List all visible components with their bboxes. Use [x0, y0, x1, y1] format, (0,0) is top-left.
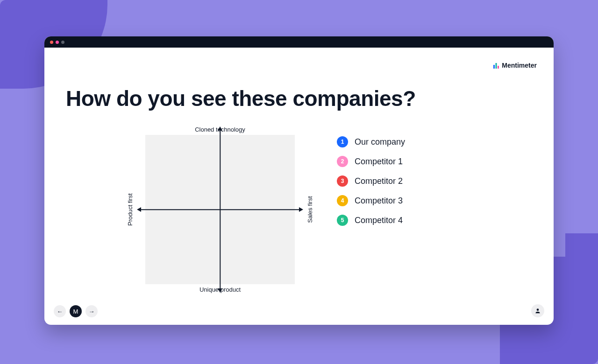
- arrow-down-icon: [218, 288, 222, 293]
- legend-label: Competitor 1: [355, 157, 403, 167]
- legend-label: Competitor 4: [355, 216, 403, 225]
- logo-button[interactable]: M: [70, 305, 82, 317]
- legend-label: Competitor 3: [355, 196, 403, 206]
- axis-label-left: Product first: [127, 193, 134, 225]
- svg-rect-1: [496, 63, 497, 69]
- window-close-icon[interactable]: [50, 41, 53, 44]
- nav-controls: ← M →: [54, 305, 98, 317]
- next-button[interactable]: →: [85, 305, 98, 317]
- arrow-up-icon: [218, 126, 222, 131]
- two-by-two-matrix: Cloned technology Product first Sales fi…: [131, 124, 309, 295]
- matrix-plot-area[interactable]: Product first Sales first: [145, 135, 295, 284]
- brand-name: Mentimeter: [502, 62, 537, 69]
- window-minimize-icon[interactable]: [56, 41, 59, 44]
- legend-badge: 1: [337, 136, 348, 147]
- svg-rect-0: [493, 65, 495, 69]
- legend: 1Our company2Competitor 13Competitor 24C…: [337, 136, 405, 226]
- slide-content: Mentimeter How do you see these companie…: [44, 48, 554, 325]
- window-titlebar: [44, 36, 554, 48]
- legend-badge: 5: [337, 215, 348, 226]
- legend-label: Our company: [355, 137, 405, 147]
- window-zoom-icon[interactable]: [61, 41, 64, 44]
- legend-label: Competitor 2: [355, 176, 403, 186]
- arrow-left-icon: ←: [57, 308, 63, 315]
- logo-glyph: M: [73, 308, 78, 315]
- arrow-right-icon: →: [89, 308, 95, 315]
- svg-point-3: [537, 308, 539, 311]
- arrow-left-icon: [137, 207, 141, 212]
- legend-badge: 4: [337, 195, 348, 206]
- user-button[interactable]: [531, 304, 544, 317]
- user-icon: [534, 308, 541, 314]
- legend-item[interactable]: 2Competitor 1: [337, 156, 405, 167]
- legend-item[interactable]: 3Competitor 2: [337, 175, 405, 187]
- arrow-right-icon: [299, 207, 303, 212]
- mentimeter-icon: [493, 63, 499, 68]
- brand-logo: Mentimeter: [493, 62, 537, 69]
- slide-title: How do you see these companies?: [66, 86, 532, 111]
- prev-button[interactable]: ←: [54, 305, 66, 317]
- legend-item[interactable]: 1Our company: [337, 136, 405, 147]
- axis-vertical: [220, 128, 221, 291]
- axis-label-right: Sales first: [306, 196, 313, 223]
- legend-badge: 2: [337, 156, 348, 167]
- legend-item[interactable]: 4Competitor 3: [337, 195, 405, 206]
- legend-badge: 3: [337, 175, 348, 187]
- svg-rect-2: [498, 66, 499, 69]
- browser-window: Mentimeter How do you see these companie…: [44, 36, 554, 325]
- legend-item[interactable]: 5Competitor 4: [337, 215, 405, 226]
